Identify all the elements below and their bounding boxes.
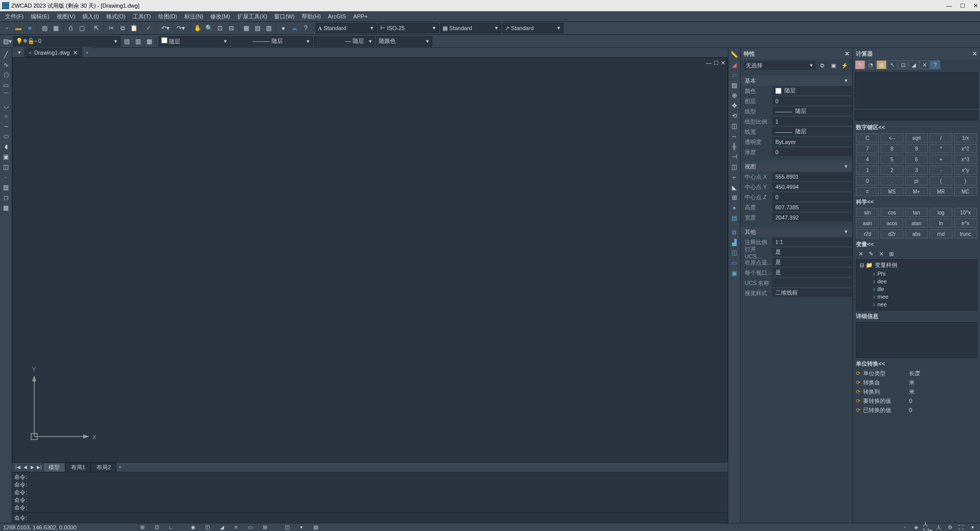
variable-item[interactable]: 𝑥 Phi (857, 270, 975, 277)
status-r2[interactable]: ◈ (912, 524, 921, 531)
quick-select-button[interactable]: ⚡ (840, 61, 849, 70)
calc-key[interactable]: pi (905, 176, 928, 185)
dyn-toggle[interactable]: ▭ (246, 524, 255, 531)
layer-props-button[interactable]: ▤▾ (2, 36, 12, 46)
sheet-button[interactable]: ▤ (39, 23, 50, 33)
menu-item[interactable]: ArcGIS (325, 12, 349, 20)
variable-item[interactable]: 𝑥 dee (857, 277, 975, 285)
calc-key[interactable]: = (856, 187, 879, 196)
select-objects-button[interactable]: ▣ (829, 61, 838, 70)
osnap-toggle[interactable]: ◫ (203, 524, 212, 531)
unit-row[interactable]: ⟳已转换的值0 (853, 405, 980, 415)
calc-clear-button[interactable]: ✎ (855, 60, 865, 69)
calc-input[interactable] (855, 110, 978, 120)
calc-key[interactable]: 6 (905, 155, 928, 164)
drawing-canvas[interactable]: — ☐ ✕ Y X (12, 57, 728, 463)
pline-tool[interactable]: ∿ (1, 60, 11, 69)
circle-tool[interactable]: ○ (1, 111, 11, 120)
calc-key[interactable]: MC (954, 187, 977, 196)
variable-item[interactable]: 𝑥 rad (857, 308, 975, 310)
calc-paste-button[interactable]: ▦ (876, 60, 887, 69)
menu-item[interactable]: 格式(O) (103, 12, 129, 21)
calc-key[interactable]: / (929, 133, 952, 142)
dim-tool[interactable]: ◢ (729, 60, 740, 69)
menu-item[interactable]: 帮助(H) (299, 12, 324, 21)
plotstyle-combo[interactable]: 随颜色▼ (376, 36, 432, 46)
cut-button[interactable]: ✂ (106, 23, 116, 33)
calc-key[interactable]: 1/x (954, 133, 977, 142)
region-tool[interactable]: ◻ (1, 193, 11, 202)
calc-key[interactable]: * (929, 144, 952, 153)
status-r1[interactable]: ▫ (900, 524, 910, 531)
grid-toggle[interactable]: ⊞ (138, 524, 147, 531)
arc2-tool[interactable]: ◡ (1, 101, 11, 110)
selection-combo[interactable]: 无选择▼ (744, 61, 816, 70)
maximize-button[interactable]: ☐ (960, 3, 965, 9)
props-tool[interactable]: ▤ (729, 213, 740, 223)
calc-key[interactable]: ( (929, 176, 952, 185)
doc-close-button[interactable]: ✕ (721, 60, 725, 66)
move-tool[interactable]: ✥ (729, 101, 740, 110)
break-tool[interactable]: ◫ (729, 162, 740, 172)
var-edit-button[interactable]: ✎ (866, 249, 875, 258)
calc-key[interactable]: C (856, 133, 879, 142)
line-tool[interactable]: ╱ (1, 50, 11, 59)
point-tool[interactable]: · (1, 173, 11, 182)
snap-toggle[interactable]: ⊡ (152, 524, 161, 531)
calc-t3-button[interactable]: ✕ (919, 60, 929, 69)
lwt-toggle[interactable]: ≡ (232, 524, 241, 531)
menu-item[interactable]: 视图(V) (54, 12, 79, 21)
calc-hist-button[interactable]: ◔ (866, 60, 876, 69)
section-other[interactable]: 其他▼ (741, 227, 852, 237)
mleader-style-combo[interactable]: ↗ Standard▼ (502, 23, 564, 33)
calc-key[interactable]: atan (905, 219, 928, 228)
cycle-toggle[interactable]: ◫ (283, 524, 292, 531)
menu-item[interactable]: 修改(M) (207, 12, 233, 21)
erase-tool[interactable]: ▭ (729, 258, 740, 268)
var-new-button[interactable]: ✕ (856, 249, 865, 258)
calc-key[interactable]: 5 (880, 155, 903, 164)
calc-key[interactable]: x^2 (954, 144, 977, 153)
unit-row[interactable]: ⟳单位类型长度 (853, 369, 980, 378)
unit-row[interactable]: ⟳转换自米 (853, 378, 980, 387)
layer-iso-button[interactable]: ▤ (121, 36, 132, 46)
linetype-combo[interactable]: ——— 随层▼ (231, 36, 313, 46)
add-layout-button[interactable]: + (116, 464, 124, 471)
calc-key[interactable]: . (880, 176, 903, 185)
menu-item[interactable]: 插入(I) (79, 12, 102, 21)
property-row[interactable]: 线型———随层 (741, 106, 852, 116)
calc-key[interactable]: abs (905, 229, 928, 238)
status-r5[interactable]: ⛶ (957, 524, 966, 531)
text-style-combo[interactable]: 𝐀 Standard▼ (315, 23, 377, 33)
copy-button[interactable]: ⧉ (117, 23, 128, 33)
property-row[interactable]: 中心点 X555.8901 (741, 172, 852, 182)
undo-button[interactable]: ↶▾ (158, 23, 173, 33)
array-tool[interactable]: ⊞ (729, 193, 740, 202)
preview-button[interactable]: ▢ (77, 23, 87, 33)
section-basic[interactable]: 基本▼ (741, 76, 852, 86)
layer-combo[interactable]: 💡❄🔓▫ 0▼ (13, 36, 120, 46)
property-row[interactable]: 图层0 (741, 96, 852, 106)
var-root[interactable]: ⊟ 📁 变量样例 (857, 261, 975, 270)
calc-key[interactable]: cos (880, 208, 903, 217)
calc-key[interactable]: 0 (856, 176, 879, 185)
calc-get-button[interactable]: ↖ (887, 60, 897, 69)
model-tab[interactable]: 模型 (43, 463, 65, 472)
variable-item[interactable]: 𝑥 nee (857, 300, 975, 308)
calc-key[interactable]: + (929, 155, 952, 164)
tool1-button[interactable]: ● (278, 23, 288, 33)
variables-list[interactable]: ⊟ 📁 变量样例 𝑥 Phi𝑥 dee𝑥 ille𝑥 mee𝑥 nee𝑥 rad (856, 259, 977, 310)
calc-key[interactable]: asin (856, 219, 879, 228)
calc-key[interactable]: 8 (880, 144, 903, 153)
tab-first-button[interactable]: |◀ (14, 464, 21, 471)
layout1-tab[interactable]: 布局1 (65, 463, 91, 472)
calc-key[interactable]: 1 (856, 165, 879, 175)
var-del-button[interactable]: ✕ (876, 249, 886, 258)
menu-item[interactable]: 绘图(D) (155, 12, 180, 21)
paste-button[interactable]: 📋 (129, 23, 139, 33)
print-button[interactable]: ⎙ (65, 23, 76, 33)
tab-menu-button[interactable]: ▼ (14, 47, 24, 58)
property-row[interactable]: 打开 UCS...是 (741, 247, 852, 257)
extend-tool[interactable]: ⊣ (729, 152, 740, 161)
property-row[interactable]: 中心点 Y450.4994 (741, 182, 852, 192)
